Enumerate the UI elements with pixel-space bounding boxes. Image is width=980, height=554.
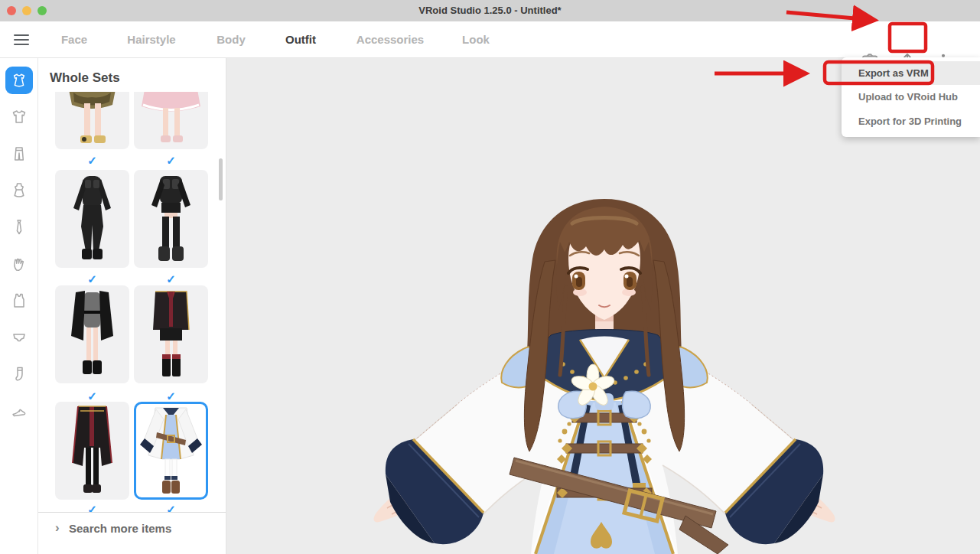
outfit-thumbnail-pink-dress[interactable] [134,92,208,149]
category-sidebar [0,58,38,554]
sidebar-item-one-piece[interactable] [0,172,38,209]
item-checkmark: ✓ [134,272,208,286]
tab-face[interactable]: Face [61,21,87,57]
export-dropdown-menu: Export as VRM Upload to VRoid Hub Export… [842,57,980,137]
titlebar: VRoid Studio 1.25.0 - Untitled* [0,0,980,21]
menu-item-export-as-vrm[interactable]: Export as VRM [842,61,980,85]
item-grid: ✓ ✓ ✓ ✓ ✓ ✓ ✓ ✓ [38,92,226,512]
menu-item-upload-vroid-hub[interactable]: Upload to VRoid Hub [842,85,980,109]
sidebar-item-innerwear[interactable] [0,282,38,319]
item-checkmark: ✓ [55,272,129,286]
item-checkmark: ✓ [134,154,208,168]
sidebar-item-bottoms[interactable] [0,135,38,172]
menu-item-export-3d-printing[interactable]: Export for 3D Printing [842,109,980,134]
innerwear-icon [10,292,28,310]
tab-body[interactable]: Body [217,21,246,57]
sidebar-item-socks[interactable] [0,356,38,393]
sidebar-item-gloves[interactable] [0,246,38,282]
chevron-right-icon: › [55,520,60,536]
panel-scrollbar[interactable] [219,158,223,200]
outfit-thumbnail-black-red-coat[interactable] [55,402,129,500]
sidebar-item-shoes[interactable] [0,393,38,429]
underwear-icon [10,328,28,347]
tab-hairstyle[interactable]: Hairstyle [127,21,175,57]
main-menu-icon[interactable] [14,34,29,45]
outfit-thumbnail-white-blue-selected[interactable] [134,402,208,500]
outfit-thumbnail-black-tactical[interactable] [134,170,208,268]
outfit-thumbnail-black-red-military[interactable] [134,285,208,383]
socks-icon [10,365,28,383]
sidebar-item-tops[interactable] [0,99,38,135]
vroid-studio-window: VRoid Studio 1.25.0 - Untitled* Face Hai… [0,0,980,554]
one-piece-icon [10,181,28,200]
item-checkmark: ✓ [134,503,208,512]
tops-icon [10,108,28,126]
search-more-label: Search more items [69,522,171,535]
gloves-icon [10,255,28,273]
shoes-icon [10,402,28,420]
tab-accessories[interactable]: Accessories [357,21,424,57]
item-panel: Whole Sets ✓ ✓ ✓ ✓ ✓ ✓ ✓ ✓ › Search [38,58,226,554]
outfit-thumbnail-black-bodysuit[interactable] [55,170,129,268]
outfit-thumbnail-gray-dress-jacket[interactable] [55,285,129,383]
sidebar-item-neckwear[interactable] [0,209,38,246]
sidebar-item-whole-sets[interactable] [0,62,38,99]
neckwear-icon [10,218,28,236]
toolbar: Face Hairstyle Body Outfit Accessories L… [0,21,980,58]
bottoms-icon [10,145,28,163]
panel-title: Whole Sets [50,70,120,86]
tab-look[interactable]: Look [462,21,490,57]
outfit-thumbnail-gold-skirt[interactable] [55,92,129,149]
search-more-items[interactable]: › Search more items [38,512,226,554]
whole-sets-icon [11,72,28,89]
item-checkmark: ✓ [55,154,129,168]
window-title: VRoid Studio 1.25.0 - Untitled* [0,0,980,21]
item-checkmark: ✓ [55,503,129,512]
sidebar-item-underwear[interactable] [0,319,38,356]
tab-outfit[interactable]: Outfit [285,21,316,57]
